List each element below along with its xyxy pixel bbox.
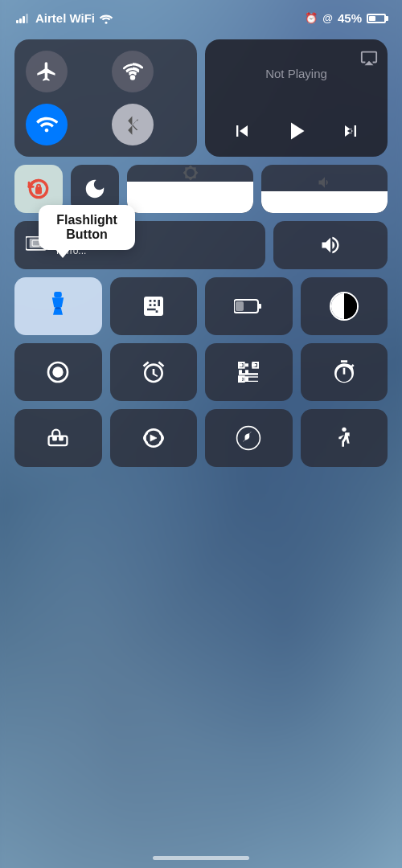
screen-record-button[interactable] <box>14 343 102 401</box>
signal-bar-4 <box>26 14 28 23</box>
volume-display-button[interactable] <box>273 221 388 269</box>
wifi-status-icon <box>99 13 113 24</box>
svg-rect-23 <box>52 436 57 441</box>
home-indicator[interactable] <box>153 856 249 860</box>
color-filter-icon <box>330 292 359 321</box>
brightness-slider[interactable] <box>127 165 253 213</box>
flashlight-tooltip: Flashlight Button <box>39 205 135 250</box>
battery-icon <box>367 14 386 23</box>
row-connectivity-media: Not Playing <box>14 39 388 157</box>
svg-point-0 <box>105 21 108 23</box>
battery-fill <box>369 16 375 21</box>
alarm-icon: ⏰ <box>305 12 318 24</box>
bluetooth-icon <box>124 113 142 136</box>
airplane-icon <box>35 60 58 83</box>
wifi-icon <box>35 113 58 136</box>
bluetooth-button[interactable] <box>112 104 154 145</box>
music-recognition-icon <box>141 425 166 451</box>
brightness-fill <box>127 182 253 213</box>
sleep-icon <box>45 427 71 449</box>
airplay-icon <box>360 49 378 67</box>
rewind-icon <box>231 120 253 142</box>
connectivity-panel <box>14 39 197 157</box>
airplay-button[interactable] <box>360 49 378 67</box>
now-playing-panel: Not Playing <box>205 39 388 157</box>
status-right: ⏰ @ 45% <box>305 11 386 25</box>
svg-rect-20 <box>255 364 257 366</box>
signal-bar-1 <box>16 20 18 23</box>
volume-display-icon <box>319 234 342 256</box>
color-filter-button[interactable] <box>301 277 388 335</box>
flashlight-icon <box>46 292 70 321</box>
svg-rect-8 <box>54 292 62 297</box>
wifi-button[interactable] <box>26 104 68 145</box>
music-button[interactable] <box>110 409 198 467</box>
signal-bar-2 <box>19 18 22 23</box>
screen-lock-icon <box>26 176 51 202</box>
svg-rect-11 <box>258 304 261 309</box>
signal-bar-3 <box>23 16 25 23</box>
brightness-icon <box>183 165 199 181</box>
moon-icon <box>83 177 107 201</box>
rewind-button[interactable] <box>231 120 253 142</box>
svg-rect-22 <box>49 436 68 445</box>
sleep-button[interactable] <box>14 409 102 467</box>
tooltip-line1: Flashlight <box>56 213 117 227</box>
shazam-button[interactable] <box>205 409 293 467</box>
flashlight-button[interactable] <box>14 277 102 335</box>
screen-record-icon <box>45 359 71 385</box>
row-extra <box>14 409 388 467</box>
timer-icon <box>331 359 357 385</box>
tooltip-line2: Button <box>66 227 108 241</box>
play-button[interactable] <box>281 117 310 145</box>
qr-scanner-button[interactable] <box>205 343 293 401</box>
svg-rect-19 <box>240 378 243 380</box>
accessibility-icon <box>331 425 357 451</box>
svg-point-1 <box>130 76 133 79</box>
carrier-name: Airtel WiFi <box>35 11 95 25</box>
low-power-button[interactable] <box>205 277 293 335</box>
control-center: Not Playing <box>0 31 402 491</box>
media-controls <box>216 117 376 145</box>
status-left: Airtel WiFi <box>16 11 113 25</box>
cellular-button[interactable] <box>112 51 154 92</box>
volume-slider[interactable] <box>261 165 388 213</box>
flashlight-wrapper: Flashlight Button <box>14 277 102 335</box>
now-playing-text: Not Playing <box>216 67 376 80</box>
volume-icon <box>317 174 333 190</box>
fast-forward-icon <box>339 120 362 142</box>
accessibility-button[interactable] <box>301 409 388 467</box>
row-utilities: Flashlight Button <box>14 277 388 335</box>
alarm-button[interactable] <box>110 343 198 401</box>
calculator-icon <box>141 293 166 319</box>
location-icon: @ <box>322 12 333 24</box>
alarm-icon <box>141 359 166 385</box>
svg-point-14 <box>53 366 64 377</box>
row-tools <box>14 343 388 401</box>
battery-percent: 45% <box>338 11 362 25</box>
qr-scanner-icon <box>236 359 261 385</box>
status-bar: Airtel WiFi ⏰ @ 45% <box>0 0 402 31</box>
calculator-button[interactable] <box>110 277 198 335</box>
volume-fill <box>261 191 388 213</box>
svg-rect-9 <box>55 307 60 309</box>
play-icon <box>281 117 310 145</box>
svg-rect-12 <box>236 301 244 311</box>
signal-bars <box>16 14 28 23</box>
shazam-icon <box>236 425 261 451</box>
svg-point-29 <box>342 428 346 432</box>
fast-forward-button[interactable] <box>339 120 362 142</box>
timer-button[interactable] <box>301 343 388 401</box>
low-power-icon <box>234 295 263 317</box>
airplane-mode-button[interactable] <box>26 51 68 92</box>
battery-container <box>367 14 386 23</box>
svg-rect-18 <box>240 364 243 366</box>
svg-rect-24 <box>59 436 64 441</box>
cellular-icon <box>122 61 143 82</box>
